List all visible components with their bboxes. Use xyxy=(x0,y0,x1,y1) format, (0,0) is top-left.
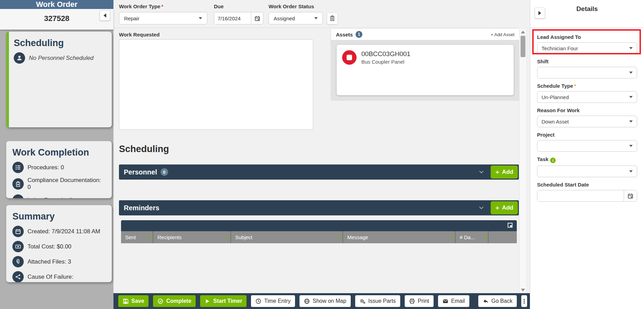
button-label: Go Back xyxy=(491,298,512,304)
chevron-down-icon[interactable] xyxy=(478,205,484,211)
printer-icon xyxy=(409,298,415,304)
list-icon xyxy=(12,162,24,173)
money-icon xyxy=(12,241,24,252)
field-label: Shift xyxy=(537,58,637,64)
work-requested-textarea[interactable] xyxy=(119,39,313,130)
field-label: Due xyxy=(214,3,263,9)
column-menu-icon[interactable] xyxy=(149,235,151,240)
start-timer-button[interactable]: Start Timer xyxy=(200,295,247,307)
sidebar-collapse-button[interactable] xyxy=(100,10,110,21)
assets-panel: Assets 1 + Add Asset 00BCC03GH001 Bus Co… xyxy=(331,29,519,100)
work-order-number-strip: 327528 xyxy=(0,9,113,30)
plus-icon xyxy=(495,206,500,210)
reason-for-work-field: Reason For Work Down Asset xyxy=(537,107,637,127)
asset-down-red-icon xyxy=(342,50,357,65)
button-label: Email xyxy=(451,298,465,304)
column-header-subject[interactable]: Subject xyxy=(231,231,343,243)
project-select[interactable] xyxy=(537,140,637,152)
time-entry-button[interactable]: Time Entry xyxy=(251,295,295,307)
schedule-type-select[interactable]: Un-Planned xyxy=(537,91,637,103)
field-label: Reason For Work xyxy=(537,107,637,113)
button-label: Show on Map xyxy=(313,298,346,304)
chevron-down-icon xyxy=(314,17,318,19)
list-item: Cause Of Failure: xyxy=(12,271,106,282)
card-title: Summary xyxy=(12,211,106,222)
network-icon xyxy=(12,271,24,282)
calendar-icon[interactable] xyxy=(251,12,263,24)
scrollbar-thumb[interactable] xyxy=(521,36,525,57)
details-collapse-button[interactable] xyxy=(535,8,545,19)
complete-button[interactable]: Complete xyxy=(153,295,196,307)
lead-assigned-to-select[interactable]: Technician Four xyxy=(537,42,637,54)
field-label: Project xyxy=(537,132,637,138)
column-header-sent[interactable]: Sent xyxy=(121,231,153,243)
chevron-down-icon xyxy=(629,120,633,122)
select-value: Technician Four xyxy=(542,45,578,51)
reminders-table: Sent Recipients Subject Message # Da... xyxy=(121,220,517,243)
task-select[interactable] xyxy=(537,166,637,177)
assets-panel-header: Assets 1 + Add Asset xyxy=(331,29,519,40)
right-arrow-icon xyxy=(538,11,541,15)
column-chooser-icon[interactable] xyxy=(507,223,513,229)
task-field: Taski xyxy=(537,156,637,177)
button-label: Time Entry xyxy=(264,298,291,304)
field-label: Taski xyxy=(537,156,637,163)
reason-for-work-select[interactable]: Down Asset xyxy=(537,116,637,127)
work-order-status-select[interactable]: Assigned xyxy=(269,12,323,24)
field-label: Work Order Type* xyxy=(119,3,207,9)
check-circle-icon xyxy=(157,298,163,304)
add-personnel-button[interactable]: Add xyxy=(491,166,518,179)
shift-select[interactable] xyxy=(537,67,637,78)
card-item-label: Procedures: 0 xyxy=(28,164,64,171)
add-asset-link[interactable]: + Add Asset xyxy=(491,32,514,37)
calendar-icon[interactable] xyxy=(624,190,637,201)
column-label: # Da... xyxy=(460,234,475,240)
chevron-down-icon xyxy=(629,170,633,172)
column-menu-icon[interactable] xyxy=(484,235,486,240)
info-icon[interactable]: i xyxy=(550,158,556,163)
select-value: Repair xyxy=(124,15,139,21)
go-back-button[interactable]: Go Back xyxy=(478,295,517,307)
email-button[interactable]: Email xyxy=(438,295,469,307)
project-field: Project xyxy=(537,132,637,152)
card-title: Scheduling xyxy=(14,38,106,49)
issue-parts-button[interactable]: Issue Parts xyxy=(355,295,400,307)
column-header-message[interactable]: Message xyxy=(343,231,456,243)
column-menu-icon[interactable] xyxy=(451,235,453,240)
envelope-icon xyxy=(443,298,448,304)
sidebar-cards: Scheduling No Personnel Scheduled Work C… xyxy=(0,30,113,309)
column-header-days[interactable]: # Da... xyxy=(456,231,489,243)
save-button[interactable]: Save xyxy=(118,295,149,307)
column-menu-icon[interactable] xyxy=(339,235,341,240)
column-menu-icon[interactable] xyxy=(227,235,229,240)
chevron-down-icon[interactable] xyxy=(478,169,484,175)
required-marker: * xyxy=(161,3,163,9)
chevron-down-icon xyxy=(629,96,633,98)
card-item-label: Created: 7/9/2024 11:08 AM xyxy=(28,228,100,235)
print-button[interactable]: Print xyxy=(405,295,434,307)
asset-card[interactable]: 00BCC03GH001 Bus Coupler Panel xyxy=(337,45,514,95)
kebab-menu-icon xyxy=(521,298,527,304)
chevron-down-icon xyxy=(629,72,633,74)
work-order-type-select[interactable]: Repair xyxy=(119,12,207,24)
column-header-empty xyxy=(489,231,517,243)
add-reminder-button[interactable]: Add xyxy=(491,201,518,214)
button-label: Complete xyxy=(166,298,191,304)
button-label: Start Timer xyxy=(213,298,242,304)
more-actions-button[interactable] xyxy=(521,295,527,307)
due-date-field: Due xyxy=(214,3,263,24)
list-item: Created: 7/9/2024 11:08 AM xyxy=(12,226,106,237)
scroll-up-arrow-icon[interactable] xyxy=(521,31,525,33)
scroll-down-arrow-icon[interactable] xyxy=(521,289,525,291)
vertical-scrollbar[interactable] xyxy=(519,29,527,293)
show-on-map-button[interactable]: Show on Map xyxy=(299,295,351,307)
plus-icon xyxy=(495,170,500,174)
field-label: Schedule Type* xyxy=(537,83,637,89)
scheduled-start-date-input[interactable] xyxy=(537,190,624,201)
status-notes-button[interactable] xyxy=(327,13,338,24)
details-title: Details xyxy=(530,0,644,13)
clipboard-plus-icon xyxy=(12,178,24,190)
column-header-recipients[interactable]: Recipients xyxy=(153,231,231,243)
due-date-input[interactable] xyxy=(214,12,251,24)
card-title: Work Completion xyxy=(12,147,106,158)
